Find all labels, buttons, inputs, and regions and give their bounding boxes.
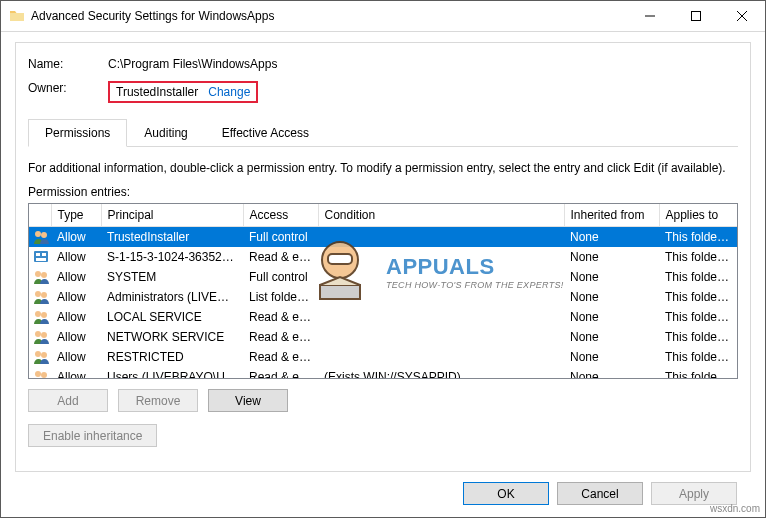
cell-condition	[318, 287, 564, 307]
cell-condition	[318, 247, 564, 267]
owner-value: TrustedInstaller	[116, 85, 198, 99]
table-row[interactable]: AllowLOCAL SERVICERead & ex...NoneThis f…	[29, 307, 737, 327]
permission-entries-table[interactable]: Type Principal Access Condition Inherite…	[28, 203, 738, 379]
cell-access: Read & ex...	[243, 367, 318, 379]
table-row[interactable]: AllowUsers (LIVEBRAYO\Users)Read & ex...…	[29, 367, 737, 379]
inheritance-row: Enable inheritance	[28, 424, 738, 447]
cell-condition	[318, 307, 564, 327]
owner-row: Owner: TrustedInstaller Change	[28, 81, 738, 103]
folder-icon	[9, 8, 25, 24]
attribution: wsxdn.com	[710, 503, 760, 514]
svg-point-8	[41, 272, 47, 278]
minimize-button[interactable]	[627, 1, 673, 31]
owner-label: Owner:	[28, 81, 108, 103]
cell-principal: Administrators (LIVEBR...	[101, 287, 243, 307]
col-header-principal[interactable]: Principal	[101, 204, 243, 227]
cell-type: Allow	[51, 227, 101, 248]
maximize-button[interactable]	[673, 1, 719, 31]
svg-rect-6	[36, 258, 46, 261]
remove-button[interactable]: Remove	[118, 389, 198, 412]
cell-condition	[318, 347, 564, 367]
cell-access: List folder ...	[243, 287, 318, 307]
principal-icon	[29, 267, 51, 287]
table-header-row: Type Principal Access Condition Inherite…	[29, 204, 737, 227]
cell-inherited: None	[564, 287, 659, 307]
svg-point-13	[35, 331, 41, 337]
close-button[interactable]	[719, 1, 765, 31]
table-row[interactable]: AllowTrustedInstallerFull controlNoneThi…	[29, 227, 737, 248]
col-header-type[interactable]: Type	[51, 204, 101, 227]
cell-condition	[318, 227, 564, 248]
principal-icon	[29, 227, 51, 248]
cell-access: Read & ex...	[243, 347, 318, 367]
apply-button[interactable]: Apply	[651, 482, 737, 505]
col-header-inherited[interactable]: Inherited from	[564, 204, 659, 227]
principal-icon	[29, 287, 51, 307]
cell-inherited: None	[564, 227, 659, 248]
table-row[interactable]: AllowAdministrators (LIVEBR...List folde…	[29, 287, 737, 307]
cancel-button[interactable]: Cancel	[557, 482, 643, 505]
table-row[interactable]: AllowRESTRICTEDRead & ex...NoneThis fold…	[29, 347, 737, 367]
table-row[interactable]: AllowNETWORK SERVICERead & ex...NoneThis…	[29, 327, 737, 347]
svg-point-16	[41, 352, 47, 358]
cell-access: Read & ex...	[243, 307, 318, 327]
content: Name: C:\Program Files\WindowsApps Owner…	[1, 32, 765, 517]
cell-access: Full control	[243, 267, 318, 287]
svg-point-17	[35, 371, 41, 377]
principal-icon	[29, 247, 51, 267]
cell-principal: SYSTEM	[101, 267, 243, 287]
change-owner-link[interactable]: Change	[208, 85, 250, 99]
cell-applies: This folder,...	[659, 347, 737, 367]
table-row[interactable]: AllowS-1-15-3-1024-3635283...Read & ex..…	[29, 247, 737, 267]
dialog-footer: OK Cancel Apply	[15, 472, 751, 517]
col-header-applies[interactable]: Applies to	[659, 204, 737, 227]
cell-condition: (Exists WIN://SYSAPPID)	[318, 367, 564, 379]
cell-type: Allow	[51, 287, 101, 307]
table-row[interactable]: AllowSYSTEMFull controlNoneThis folder,.…	[29, 267, 737, 287]
cell-applies: This folder,...	[659, 247, 737, 267]
name-label: Name:	[28, 57, 108, 71]
principal-icon	[29, 327, 51, 347]
tab-permissions[interactable]: Permissions	[28, 119, 127, 147]
cell-applies: This folder,...	[659, 307, 737, 327]
svg-point-11	[35, 311, 41, 317]
cell-type: Allow	[51, 367, 101, 379]
add-button[interactable]: Add	[28, 389, 108, 412]
cell-principal: Users (LIVEBRAYO\Users)	[101, 367, 243, 379]
col-header-access[interactable]: Access	[243, 204, 318, 227]
cell-applies: This folder,...	[659, 327, 737, 347]
cell-principal: RESTRICTED	[101, 347, 243, 367]
cell-inherited: None	[564, 367, 659, 379]
cell-access: Read & ex...	[243, 327, 318, 347]
svg-point-10	[41, 292, 47, 298]
svg-point-15	[35, 351, 41, 357]
cell-condition	[318, 267, 564, 287]
cell-type: Allow	[51, 267, 101, 287]
col-header-icon[interactable]	[29, 204, 51, 227]
cell-principal: NETWORK SERVICE	[101, 327, 243, 347]
tab-auditing[interactable]: Auditing	[127, 119, 204, 146]
cell-applies: This folder,...	[659, 367, 737, 379]
cell-inherited: None	[564, 247, 659, 267]
col-header-condition[interactable]: Condition	[318, 204, 564, 227]
view-button[interactable]: View	[208, 389, 288, 412]
principal-icon	[29, 307, 51, 327]
tabs: Permissions Auditing Effective Access	[28, 119, 738, 147]
enable-inheritance-button[interactable]: Enable inheritance	[28, 424, 157, 447]
cell-inherited: None	[564, 307, 659, 327]
ok-button[interactable]: OK	[463, 482, 549, 505]
cell-type: Allow	[51, 347, 101, 367]
svg-point-14	[41, 332, 47, 338]
tab-effective-access[interactable]: Effective Access	[205, 119, 326, 146]
owner-highlight: TrustedInstaller Change	[108, 81, 258, 103]
svg-point-12	[41, 312, 47, 318]
cell-inherited: None	[564, 347, 659, 367]
window-title: Advanced Security Settings for WindowsAp…	[31, 9, 627, 23]
cell-type: Allow	[51, 307, 101, 327]
svg-point-18	[41, 372, 47, 378]
cell-type: Allow	[51, 327, 101, 347]
cell-type: Allow	[51, 247, 101, 267]
name-row: Name: C:\Program Files\WindowsApps	[28, 57, 738, 71]
svg-point-2	[41, 232, 47, 238]
svg-point-1	[35, 231, 41, 237]
